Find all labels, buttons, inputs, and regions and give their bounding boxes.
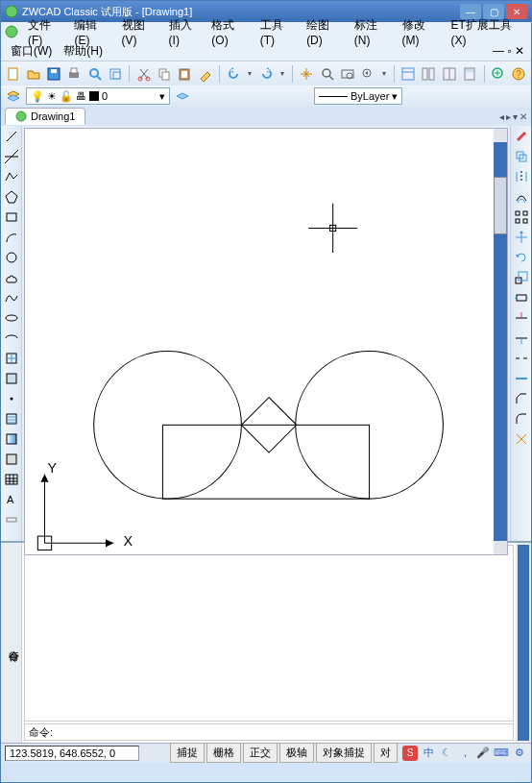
- extra-icon[interactable]: [3, 511, 20, 528]
- open-icon[interactable]: [25, 65, 41, 83]
- break-icon[interactable]: [513, 350, 530, 367]
- mirror-icon[interactable]: [513, 168, 530, 185]
- new-icon[interactable]: [5, 65, 21, 83]
- mic-icon[interactable]: 🎤: [475, 746, 491, 761]
- tab-prev-icon[interactable]: ◂: [499, 111, 504, 122]
- scale-icon[interactable]: [513, 269, 530, 286]
- revcloud-icon[interactable]: [3, 269, 20, 286]
- calc-icon[interactable]: [461, 65, 477, 83]
- zoom-dropdown[interactable]: ▾: [380, 69, 388, 78]
- move-icon[interactable]: [513, 229, 530, 246]
- tool-palettes-icon[interactable]: [441, 65, 457, 83]
- publish-icon[interactable]: [107, 65, 123, 83]
- layer-combo[interactable]: 💡 ☀ 🔓 🖶 0 ▾: [26, 87, 170, 105]
- keyboard-icon[interactable]: ⌨: [494, 746, 509, 761]
- snap-toggle[interactable]: 捕捉: [170, 743, 205, 763]
- menu-help[interactable]: 帮助(H): [58, 41, 109, 61]
- zoom-prev-icon[interactable]: [359, 65, 375, 83]
- otrack-toggle[interactable]: 对: [374, 743, 398, 763]
- ime-icon[interactable]: S: [402, 746, 418, 761]
- properties-icon[interactable]: [400, 65, 417, 83]
- menu-format[interactable]: 格式(O): [206, 15, 254, 49]
- tab-next-icon[interactable]: ▸: [506, 111, 511, 122]
- tab-menu-icon[interactable]: ▾: [513, 111, 518, 122]
- linetype-combo[interactable]: ByLayer ▾: [314, 87, 402, 105]
- make-block-icon[interactable]: [3, 370, 20, 387]
- menu-modify[interactable]: 修改(M): [397, 15, 446, 49]
- chamfer-icon[interactable]: [513, 390, 530, 407]
- gear-icon[interactable]: ⚙: [512, 746, 527, 761]
- doc-close-icon[interactable]: ✕: [515, 44, 524, 58]
- print-icon[interactable]: [66, 65, 83, 83]
- design-center-icon[interactable]: [421, 65, 437, 83]
- mtext-icon[interactable]: A: [3, 491, 20, 508]
- grid-toggle[interactable]: 栅格: [206, 743, 241, 763]
- osnap-toggle[interactable]: 对象捕捉: [316, 743, 372, 763]
- point-icon[interactable]: [3, 390, 20, 407]
- extend-icon[interactable]: [513, 330, 530, 347]
- canvas-vscroll[interactable]: [494, 129, 507, 554]
- doc-min-icon[interactable]: —: [493, 44, 504, 58]
- gradient-icon[interactable]: [3, 430, 20, 448]
- arc-icon[interactable]: [3, 229, 20, 246]
- drawing-canvas[interactable]: X Y: [24, 128, 508, 555]
- chevron-down-icon[interactable]: ▾: [159, 90, 165, 103]
- redo-dropdown[interactable]: ▾: [278, 69, 286, 78]
- hatch-icon[interactable]: [3, 410, 20, 428]
- circle-icon[interactable]: [3, 249, 20, 266]
- ortho-toggle[interactable]: 正交: [243, 743, 278, 763]
- polyline-icon[interactable]: [3, 168, 20, 185]
- table-icon[interactable]: [3, 471, 20, 488]
- tab-close-icon[interactable]: ✕: [520, 111, 527, 122]
- punct-icon[interactable]: ，: [457, 746, 472, 761]
- coords-display[interactable]: 123.5819, 648.6552, 0: [5, 746, 139, 761]
- zoom-window-icon[interactable]: [339, 65, 355, 83]
- save-icon[interactable]: [45, 65, 61, 83]
- ellipse-icon[interactable]: [3, 309, 20, 327]
- copy-icon[interactable]: [157, 65, 173, 83]
- chevron-down-icon[interactable]: ▾: [392, 90, 398, 103]
- polygon-icon[interactable]: [3, 188, 20, 206]
- ime-lang[interactable]: 中: [421, 746, 436, 761]
- pan-icon[interactable]: [299, 65, 315, 83]
- cut-icon[interactable]: [135, 65, 152, 83]
- stretch-icon[interactable]: [513, 289, 530, 306]
- rectangle-icon[interactable]: [3, 208, 20, 226]
- join-icon[interactable]: [513, 370, 530, 387]
- menu-insert[interactable]: 插入(I): [163, 15, 206, 49]
- moon-icon[interactable]: ☾: [439, 746, 454, 761]
- copy-obj-icon[interactable]: [513, 148, 530, 165]
- explode-icon[interactable]: [513, 430, 530, 448]
- menu-dim[interactable]: 标注(N): [349, 15, 397, 49]
- command-history[interactable]: [24, 545, 514, 722]
- zoom-in-icon[interactable]: [490, 65, 506, 83]
- zoom-realtime-icon[interactable]: [319, 65, 335, 83]
- menu-window[interactable]: 窗口(W): [5, 41, 58, 61]
- undo-icon[interactable]: [226, 65, 242, 83]
- insert-block-icon[interactable]: [3, 350, 20, 367]
- fillet-icon[interactable]: [513, 410, 530, 428]
- polar-toggle[interactable]: 极轴: [279, 743, 314, 763]
- trim-icon[interactable]: [513, 309, 530, 327]
- array-icon[interactable]: [513, 208, 530, 226]
- command-line[interactable]: 命令:: [24, 723, 514, 741]
- help-icon[interactable]: ?: [511, 65, 527, 83]
- menu-view[interactable]: 视图(V): [116, 15, 163, 49]
- erase-icon[interactable]: [513, 128, 530, 145]
- xline-icon[interactable]: [3, 148, 20, 165]
- layer-props-icon[interactable]: [5, 87, 22, 105]
- region-icon[interactable]: [3, 451, 20, 468]
- doc-max-icon[interactable]: ▫: [507, 44, 511, 58]
- match-icon[interactable]: [197, 65, 213, 83]
- doc-tab[interactable]: Drawing1: [5, 108, 85, 125]
- paste-icon[interactable]: [177, 65, 193, 83]
- spline-icon[interactable]: [3, 289, 20, 306]
- preview-icon[interactable]: [86, 65, 103, 83]
- vscroll-thumb[interactable]: [494, 177, 507, 234]
- rotate-icon[interactable]: [513, 249, 530, 266]
- line-icon[interactable]: [3, 128, 20, 145]
- ellipse-arc-icon[interactable]: [3, 330, 20, 347]
- undo-dropdown[interactable]: ▾: [246, 69, 254, 78]
- layer-prev-icon[interactable]: [174, 87, 191, 105]
- menu-draw[interactable]: 绘图(D): [301, 15, 349, 49]
